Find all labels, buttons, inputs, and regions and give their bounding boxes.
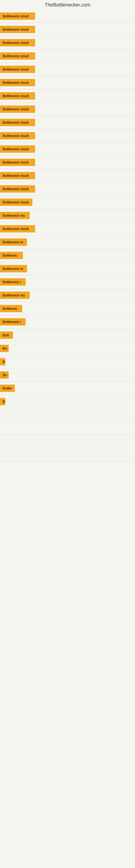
list-item: B [0,396,135,407]
bottleneck-result-label: Bottleneck result [0,145,35,153]
list-item: Bottle [0,382,135,394]
bottleneck-result-label: Bottleneck result [0,92,35,99]
list-item: Bottleneck re [0,262,135,275]
bottleneck-result-label: Bottleneck result [0,225,35,232]
bottleneck-result-label: Bottleneck result [0,172,35,179]
bottleneck-result-label: Bottleneck result [0,119,35,126]
list-item: Bottlenec [0,249,135,261]
list-item: Bottleneck result [0,76,135,88]
list-item: Bottleneck res [0,289,135,301]
list-item: Bo [0,342,135,354]
list-item: Bottleneck result [0,90,135,102]
bottleneck-result-label: Bottleneck result [0,39,35,46]
bottleneck-result-label: Bottleneck result [0,52,35,60]
bottleneck-result-label: Bo [0,345,9,352]
list-item: Bottleneck result [0,63,135,75]
bottleneck-result-label: Bottlenec [0,305,22,312]
bottleneck-result-label: Bottleneck r [0,318,26,326]
list-item: Bottlenec [0,303,135,314]
bottleneck-result-label: Bottleneck result [0,12,35,20]
list-item [0,448,135,461]
list-item: Bottleneck result [0,169,135,182]
list-item: Bottleneck result [0,196,135,208]
bottleneck-result-label: Bottle [0,384,15,392]
list-item: Bottleneck result [0,50,135,62]
bottleneck-result-label: Bottleneck re [0,239,27,246]
bottleneck-result-label: Bottleneck res [0,212,30,219]
bottleneck-result-label: Bottleneck re [0,265,27,272]
list-item: Bottleneck re [0,236,135,248]
bottleneck-result-label: Bottleneck result [0,26,35,33]
list-item: Bottleneck result [0,130,135,142]
list-item: Bottleneck res [0,209,135,221]
bottleneck-result-label: B [0,398,5,405]
list-item [0,422,135,434]
list-item: Bottleneck result [0,23,135,35]
list-item: Bottleneck result [0,143,135,155]
bottleneck-result-label: Bottleneck result [0,105,35,113]
bottleneck-result-label: Bottleneck result [0,185,35,193]
list-item: Bottleneck result [0,37,135,49]
bottleneck-result-label: Bottleneck result [0,159,35,166]
list-item: Bottleneck r [0,316,135,328]
list-item: B [0,355,135,368]
list-item [0,462,135,474]
list-item [0,435,135,447]
list-item: Bottleneck result [0,156,135,168]
bottleneck-result-label: Bottleneck result [0,132,35,140]
list-item: Bottleneck result [0,103,135,115]
list-item: Bottleneck r [0,276,135,288]
bottleneck-result-label: Bottleneck result [0,198,32,206]
list-item: Bottleneck result [0,116,135,128]
list-item: Bottleneck result [0,10,135,22]
bottleneck-result-label: Bott [0,332,13,339]
site-title: TheBottlenecker.com [0,0,135,10]
bottleneck-list: Bottleneck resultBottleneck resultBottle… [0,10,135,474]
bottleneck-result-label: Bottlenec [0,252,23,259]
bottleneck-result-label: Bottleneck r [0,278,26,286]
bottleneck-result-label: Bottleneck res [0,291,30,299]
list-item [0,409,135,421]
bottleneck-result-label: Bottleneck result [0,79,35,86]
bottleneck-result-label: B [0,358,5,365]
list-item: Bott [0,329,135,341]
bottleneck-result-label: Bo [0,371,9,379]
bottleneck-result-label: Bottleneck result [0,66,35,73]
list-item: Bo [0,369,135,381]
list-item: Bottleneck result [0,183,135,195]
list-item: Bottleneck result [0,223,135,235]
